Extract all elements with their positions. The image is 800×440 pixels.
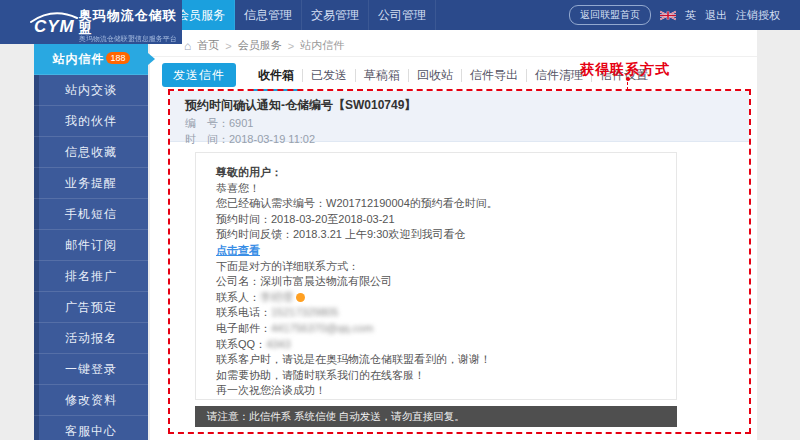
sidebar-item-edit-profile[interactable]: 修改资料: [34, 385, 148, 416]
click-to-view-link[interactable]: 点击查看: [216, 244, 260, 256]
sidebar-item-site-chat[interactable]: 站内交谈: [34, 75, 148, 106]
sidebar-item-ad-booking[interactable]: 广告预定: [34, 292, 148, 323]
deauthorize-link[interactable]: 注销授权: [736, 8, 780, 23]
message-number-row: 编 号：6901: [185, 116, 749, 130]
contact-phone: 15217329805: [271, 306, 338, 318]
body-company-row: 公司名：深圳市富晨达物流有限公司: [216, 274, 662, 290]
contact-person-name: 李经理: [260, 291, 293, 303]
breadcrumb-member-services[interactable]: 会员服务: [238, 38, 282, 53]
breadcrumb-home[interactable]: 首页: [197, 38, 219, 53]
sidebar-item-ranking-promotion[interactable]: 排名推广: [34, 261, 148, 292]
message-number: 6901: [229, 117, 253, 129]
body-appoint-feedback: 预约时间反馈：2018.3.21 上午9:30欢迎到我司看仓: [216, 227, 662, 243]
sidebar-item-event-signup[interactable]: 活动报名: [34, 323, 148, 354]
send-mail-button[interactable]: 发送信件: [162, 63, 236, 87]
logo-cym-text: CYM: [34, 8, 75, 37]
message-title: 预约时间确认通知-仓储编号【SW010749】: [185, 97, 749, 114]
contact-email: 441756370@qq.com: [271, 322, 373, 334]
sidebar-item-label: 站内信件: [52, 52, 104, 66]
breadcrumb: ⌂ 首页 > 会员服务 > 站内信件: [184, 38, 344, 53]
sidebar-menu: 站内信件188 站内交谈 我的伙伴 信息收藏 业务提醒 手机短信 邮件订阅 排名…: [34, 44, 148, 440]
body-qq-row: 联系QQ：4343: [216, 337, 662, 353]
top-tab-company-management[interactable]: 公司管理: [369, 0, 436, 30]
body-person-row: 联系人：李经理: [216, 290, 662, 306]
body-note2: 如需要协助，请随时联系我们的在线客服！: [216, 368, 662, 384]
body-note1: 联系客户时，请说是在奥玛物流仓储联盟看到的，谢谢！: [216, 352, 662, 368]
body-appoint-time: 预约时间：2018-03-20至2018-03-21: [216, 212, 662, 228]
body-congrats: 恭喜您！: [216, 181, 662, 197]
body-confirm-line: 您已经确认需求编号：W201712190004的预约看仓时间。: [216, 196, 662, 212]
body-email-row: 电子邮件：441756370@qq.com: [216, 321, 662, 337]
message-time: 2018-03-19 11:02: [229, 133, 315, 145]
sidebar-item-business-reminder[interactable]: 业务提醒: [34, 168, 148, 199]
language-switch-english[interactable]: 英: [685, 8, 696, 23]
main-content-panel: ⌂ 首页 > 会员服务 > 站内信件 发送信件 收件箱 已发送 草稿箱 回收站 …: [150, 30, 757, 440]
home-icon: ⌂: [184, 39, 191, 53]
sidebar-item-customer-service[interactable]: 客服中心: [34, 416, 148, 440]
tab-sent[interactable]: 已发送: [303, 69, 356, 82]
logout-link[interactable]: 退出: [705, 8, 727, 23]
sidebar-item-my-partners[interactable]: 我的伙伴: [34, 106, 148, 137]
topbar-right-controls: 返回联盟首页 英 退出 注销授权: [569, 0, 780, 30]
message-header: 预约时间确认通知-仓储编号【SW010749】 编 号：6901 时 间：201…: [170, 91, 749, 142]
contact-qq: 4343: [266, 338, 290, 350]
top-tab-info-management[interactable]: 信息管理: [235, 0, 302, 30]
body-phone-row: 联系电话：15217329805: [216, 305, 662, 321]
top-tab-trade-management[interactable]: 交易管理: [302, 0, 369, 30]
return-portal-home-button[interactable]: 返回联盟首页: [569, 5, 651, 25]
message-time-row: 时 间：2018-03-19 11:02: [185, 132, 749, 146]
tab-trash[interactable]: 回收站: [409, 69, 462, 82]
sidebar-item-email-subscribe[interactable]: 邮件订阅: [34, 230, 148, 261]
body-note3: 再一次祝您洽谈成功！: [216, 383, 662, 399]
logo-panel: CYM 奥玛物流仓储联盟 奥玛物流仓储联盟信息服务平台: [0, 0, 182, 44]
logo-swoosh-icon: [29, 9, 79, 23]
unread-count-badge: 188: [106, 52, 129, 64]
breadcrumb-separator: >: [225, 40, 231, 52]
sidebar-item-sms[interactable]: 手机短信: [34, 199, 148, 230]
tab-mail-export[interactable]: 信件导出: [462, 69, 527, 82]
annotation-get-contact-info: 获得联系方式: [580, 61, 670, 79]
app-window: { "icons": { "home": "⌂", "chevron_down"…: [0, 0, 800, 440]
brand-tagline: 奥玛物流仓储联盟信息服务平台: [79, 35, 182, 43]
sidebar-item-one-click-login[interactable]: 一键登录: [34, 354, 148, 385]
breadcrumb-separator: >: [288, 40, 294, 52]
tab-inbox[interactable]: 收件箱: [250, 69, 303, 82]
sidebar-item-site-mail[interactable]: 站内信件188: [34, 44, 148, 75]
breadcrumb-site-mail: 站内信件: [300, 38, 344, 53]
breadcrumb-divider: [150, 56, 757, 57]
annotation-dot: [626, 77, 630, 81]
top-nav-tabs: 会员服务 信息管理 交易管理 公司管理: [168, 0, 436, 30]
body-contact-intro: 下面是对方的详细联系方式：: [216, 259, 662, 275]
contact-avatar-icon: [296, 293, 305, 302]
tab-drafts[interactable]: 草稿箱: [356, 69, 409, 82]
uk-flag-icon[interactable]: [660, 10, 676, 21]
message-body: 尊敬的用户： 恭喜您！ 您已经确认需求编号：W201712190004的预约看仓…: [195, 152, 677, 400]
system-notice-bar: 请注意：此信件系 系统信使 自动发送，请勿直接回复。: [195, 406, 677, 427]
company-name: 深圳市富晨达物流有限公司: [260, 275, 392, 287]
sidebar-item-info-favorites[interactable]: 信息收藏: [34, 137, 148, 168]
body-greeting: 尊敬的用户：: [216, 166, 282, 178]
brand-name: 奥玛物流仓储联盟: [79, 9, 182, 35]
